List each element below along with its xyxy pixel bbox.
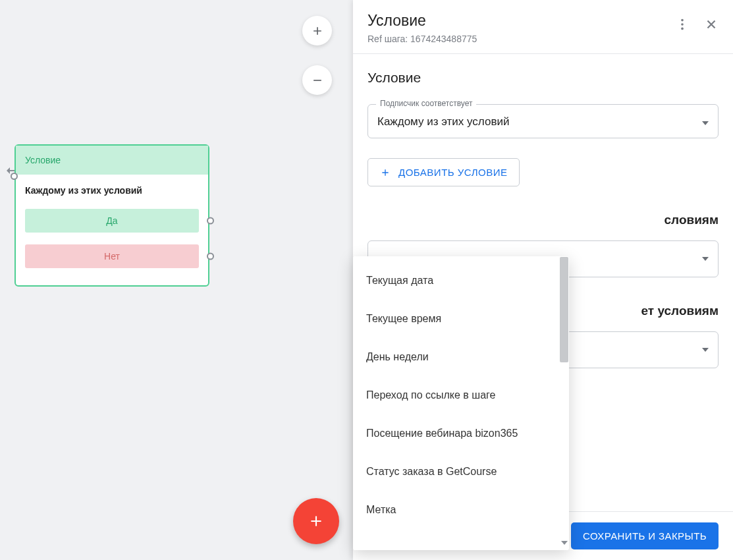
menu-item[interactable]: Статус заказа в GetCourse [353,453,569,491]
zoom-out-button[interactable] [302,65,332,95]
node-body: Каждому из этих условий Да Нет [16,175,208,285]
menu-list[interactable]: Текущая дата Текущее время День недели П… [353,256,569,550]
add-step-fab[interactable] [293,498,339,544]
then-title: словиям [367,213,719,227]
save-close-button[interactable]: СОХРАНИТЬ И ЗАКРЫТЬ [571,522,719,549]
panel-header: Условие Ref шага: 1674243488775 [353,0,733,53]
subscriber-match-select[interactable]: Подписчик соответствует Каждому из этих … [367,104,719,138]
chevron-down-icon [702,116,709,128]
canvas[interactable]: Условие Каждому из этих условий Да Нет [0,0,352,560]
scrollbar-thumb[interactable] [560,257,568,362]
panel-ref: Ref шага: 1674243488775 [367,34,675,44]
menu-item[interactable]: День недели [353,338,569,376]
close-button[interactable] [704,17,719,32]
node-header: Условие [16,146,208,175]
zoom-in-button[interactable] [302,16,332,45]
svg-point-1 [681,23,684,26]
add-condition-button[interactable]: ДОБАВИТЬ УСЛОВИЕ [367,158,520,186]
svg-point-2 [681,28,684,30]
minus-icon [311,74,324,87]
node-title: Условие [25,155,61,165]
panel-header-actions [675,12,719,32]
zoom-controls [302,16,332,95]
port-out-no[interactable] [207,253,214,260]
section-condition-title: Условие [367,70,719,86]
node-match-label: Каждому из этих условий [25,185,199,196]
plus-icon [311,24,324,38]
port-out-yes[interactable] [207,217,214,225]
subscriber-match-value: Каждому из этих условий [377,115,509,128]
divider [353,53,733,54]
plus-icon [308,513,325,530]
menu-item[interactable]: Посещение вебинара bizon365 [353,414,569,453]
more-button[interactable] [675,17,690,32]
menu-item[interactable]: Текущая дата [353,262,569,300]
port-in[interactable] [11,173,18,180]
condition-node[interactable]: Условие Каждому из этих условий Да Нет [14,144,209,287]
chevron-down-icon [561,536,568,547]
panel-title: Условие [367,12,675,30]
plus-icon [380,167,391,178]
condition-type-menu[interactable]: Текущая дата Текущее время День недели П… [353,256,569,550]
menu-item[interactable]: Метка [353,491,569,529]
chevron-down-icon [702,348,709,352]
panel-header-left: Условие Ref шага: 1674243488775 [367,12,675,44]
chevron-down-icon [702,257,709,261]
subscriber-match-label: Подписчик соответствует [376,99,476,108]
branch-no[interactable]: Нет [25,244,199,268]
branch-yes[interactable]: Да [25,209,199,233]
menu-item[interactable]: Текущее время [353,300,569,338]
menu-item[interactable]: Переход по ссылке в шаге [353,376,569,414]
svg-point-0 [681,19,684,22]
kebab-icon [675,17,690,32]
branch-yes-label: Да [106,215,117,226]
panel-body: Условие Подписчик соответствует Каждому … [353,53,733,511]
add-condition-label: ДОБАВИТЬ УСЛОВИЕ [398,167,507,178]
incoming-connector [7,170,14,171]
branch-no-label: Нет [104,251,120,262]
side-panel: Условие Ref шага: 1674243488775 Условие … [353,0,733,560]
close-icon [704,17,719,32]
